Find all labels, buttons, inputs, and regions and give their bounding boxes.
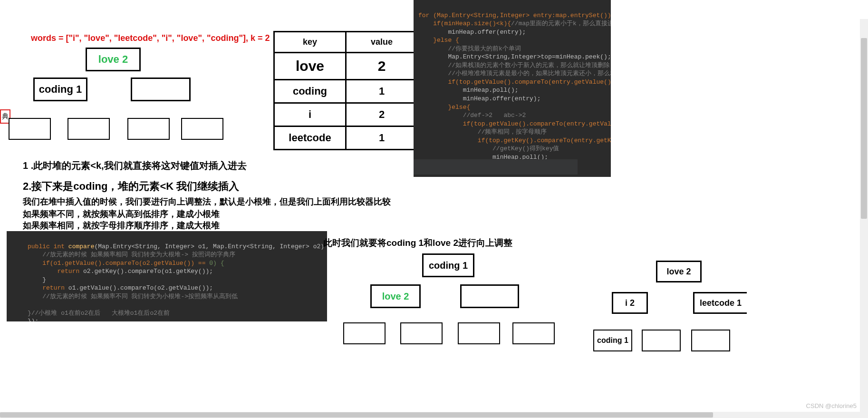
heap2-leaf-4 xyxy=(512,322,555,344)
cr-l5c: //你要找最大的前k个单词 xyxy=(448,45,521,52)
heap1-leaf-1 xyxy=(9,118,51,140)
cl-l4a: return xyxy=(57,268,83,275)
code-left: public int compare(Map.Entry<String, Int… xyxy=(7,231,327,321)
heap2-node-empty xyxy=(460,284,519,308)
kv-row0-key: love xyxy=(274,53,346,80)
heap1-node-empty xyxy=(131,78,191,101)
heap2-leaf-2 xyxy=(400,322,443,344)
heap1-leaf-4 xyxy=(181,118,223,140)
heap2-root: coding 1 xyxy=(422,253,474,277)
heap1-root: love 2 xyxy=(86,48,141,71)
cl-l7c: //放元素的时候 如果频率不同 我们转变为小根堆->按照频率从高到低 xyxy=(42,293,238,300)
cr-l3: minHeap.offer(entry); xyxy=(448,29,526,36)
para-3: 如果频率相同，就按字母排序顺序排序，建成大根堆 xyxy=(23,220,220,231)
heap3-leaf-coding: coding 1 xyxy=(593,330,632,351)
cl-l2c: //放元素的时候 如果频率相同 我们转变为大根堆-> 按照词的字典序 xyxy=(42,251,235,258)
heap1-leaf-3 xyxy=(127,118,170,140)
cr-l14a: if(top.getValue().compareTo(entry.getVal… xyxy=(463,120,611,127)
cr-l12: }else{ xyxy=(448,104,470,111)
kv-row3-val: 1 xyxy=(346,126,418,150)
heap3-node-leetcode: leetcode 1 xyxy=(693,292,747,314)
kv-row2-key: i xyxy=(274,103,346,126)
heap2-leaf-3 xyxy=(458,322,500,344)
kv-head-val: value xyxy=(346,32,418,53)
heap3-root: love 2 xyxy=(656,261,702,282)
para-1: 我们在堆中插入值的时候，我们要进行向上调整法，默认是小根堆，但是我们上面利用比较… xyxy=(23,196,391,207)
vertical-scrollbar-thumb[interactable] xyxy=(861,38,867,219)
cr-l6: Map.Entry<String,Integer>top=minHeap.pee… xyxy=(448,53,611,60)
cl-l3b: 0) { xyxy=(209,260,224,267)
kv-row1-val: 1 xyxy=(346,80,418,103)
cr-l7c: //如果栈顶的元素个数小于新入的元素，那么就让堆顶删除，将他放入栈中 xyxy=(448,62,611,69)
cl-l1c: (Map.Entry<String, Integer> o1, Map.Entr… xyxy=(94,243,327,250)
para-2: 如果频率不同，就按频率从高到低排序，建成小根堆 xyxy=(23,208,220,220)
words-input-line: words = ["i", "love", "leetcode", "i", "… xyxy=(31,33,270,43)
cl-l5: } xyxy=(42,276,46,283)
code-right: for (Map.Entry<String,Integer> entry:map… xyxy=(414,0,611,177)
heap1-node-coding: coding 1 xyxy=(33,78,87,101)
kv-table: key value love 2 coding 1 i 2 leetcode 1 xyxy=(273,31,418,150)
horizontal-scrollbar[interactable] xyxy=(0,412,868,418)
cr-l9a: if(top.getValue().compareTo(entry.getVal… xyxy=(448,78,611,86)
cr-l15c: //频率相同，按字母顺序 xyxy=(478,128,547,136)
kv-row0-val: 2 xyxy=(346,53,418,80)
cl-l1b: compare xyxy=(68,243,95,250)
watermark: CSDN @chlorine5 xyxy=(806,402,857,409)
cl-l4b: o2.getKey().compareTo(o1.getKey()); xyxy=(83,268,213,275)
heap1-root-text: love 2 xyxy=(98,53,128,66)
cr-l8c: //小根堆准堆顶元素是最小的，如果比堆顶元素还小，那么就放入 xyxy=(448,70,611,77)
cr-l16a: if(top.getKey().compareTo(entry.getKey()… xyxy=(478,137,611,144)
vertical-scrollbar[interactable] xyxy=(860,19,868,418)
cr-l2: if(minHeap.size()<k){ xyxy=(433,20,511,27)
step-1: 1 .此时堆的元素<k,我们就直接将这对键值对插入进去 xyxy=(23,159,247,172)
heap2-node-love: love 2 xyxy=(370,284,421,308)
cr-l2c: //map里面的元素小于k，那么直接进堆就行了 xyxy=(511,20,611,27)
cl-l3a: if(o1.getValue().compareTo(o2.getValue()… xyxy=(42,260,209,267)
cl-l1a: public int xyxy=(28,243,68,250)
cr-l17c: //getKey()得到key值 xyxy=(492,145,559,152)
code-right-overhang xyxy=(414,159,578,175)
heap2-leaf-1 xyxy=(343,322,386,344)
cl-l6b: o1.getValue().compareTo(o2.getValue()); xyxy=(68,284,213,292)
cr-l13c: //def->2 abc->2 xyxy=(463,112,526,119)
cr-l1: for (Map.Entry<String,Integer> entry:map… xyxy=(418,12,611,19)
heap3-node-i: i 2 xyxy=(612,292,648,314)
heap3-leaf-3 xyxy=(691,330,730,351)
cr-l11: minHeap.offer(entry); xyxy=(463,95,541,102)
step-2: 2.接下来是coding，堆的元素<K 我们继续插入 xyxy=(23,179,239,194)
kv-row2-val: 2 xyxy=(346,103,418,126)
cl-l6a: return xyxy=(42,284,68,292)
cl-l9: }); xyxy=(28,318,39,321)
heap1-leaf-2 xyxy=(68,118,110,140)
cr-l4: }else { xyxy=(433,37,459,44)
heap2-node-love-text: love 2 xyxy=(382,291,409,302)
heap2-title: 此时我们就要将coding 1和love 2进行向上调整 xyxy=(323,237,512,249)
kv-head-key: key xyxy=(274,32,346,53)
cl-l8c: }//小根堆 o1在前o2在后 大根堆o1在后o2在前 xyxy=(28,310,170,317)
kv-row1-key: coding xyxy=(274,80,346,103)
horizontal-scrollbar-thumb[interactable] xyxy=(0,412,713,418)
cr-l10: minHeap.poll(); xyxy=(463,87,519,94)
kv-row3-key: leetcode xyxy=(274,126,346,150)
heap3-leaf-2 xyxy=(642,330,681,351)
